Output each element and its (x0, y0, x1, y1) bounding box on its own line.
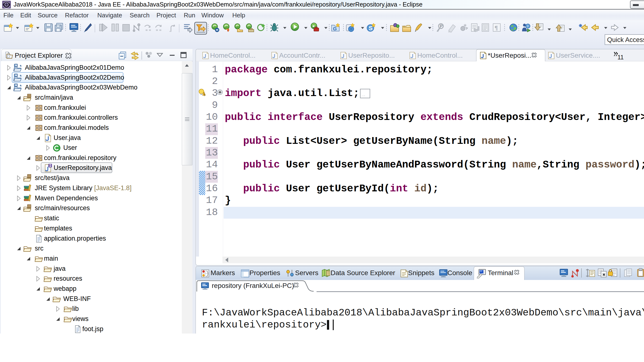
svg-text:G: G (333, 26, 337, 31)
svg-text:11: 11 (618, 54, 624, 60)
svg-text:¶: ¶ (494, 24, 498, 31)
svg-text:!: ! (204, 93, 205, 97)
svg-text:P: P (440, 24, 442, 29)
svg-text:S: S (369, 25, 372, 31)
